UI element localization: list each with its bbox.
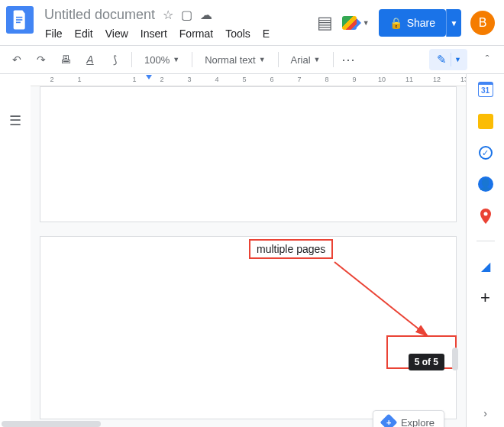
- more-toolbar-button[interactable]: ⋯: [341, 51, 356, 68]
- maps-icon[interactable]: [478, 209, 493, 224]
- svg-point-4: [483, 212, 487, 216]
- font-value: Arial: [291, 54, 311, 66]
- explore-button[interactable]: Explore: [373, 410, 444, 427]
- horizontal-ruler[interactable]: 2112345678910111213: [31, 74, 466, 86]
- horizontal-scroll-thumb[interactable]: [2, 421, 101, 427]
- toolbar: ↶ ↷ 🖶 A ⟆ 100% ▼ Normal text ▼ Arial ▼ ⋯…: [0, 45, 504, 74]
- chevron-down-icon: ▼: [314, 56, 321, 63]
- calendar-icon[interactable]: 31: [478, 82, 493, 97]
- cloud-status-icon[interactable]: ☁: [200, 8, 212, 22]
- pencil-icon: ✎: [432, 53, 451, 66]
- redo-button[interactable]: ↷: [32, 50, 50, 69]
- move-icon[interactable]: ▢: [181, 8, 192, 22]
- annotation-arrow-icon: [328, 256, 443, 348]
- font-select[interactable]: Arial ▼: [286, 53, 325, 67]
- meet-icon[interactable]: ▼: [342, 14, 370, 32]
- share-label: Share: [407, 17, 435, 29]
- spellcheck-button[interactable]: A: [81, 50, 99, 69]
- lock-icon: 🔒: [389, 17, 402, 29]
- explore-icon: [380, 414, 398, 427]
- svg-line-3: [334, 262, 428, 336]
- menu-edit[interactable]: Edit: [69, 26, 99, 41]
- chevron-down-icon: ▼: [173, 56, 179, 63]
- hide-menus-button[interactable]: ˆ: [478, 50, 496, 69]
- get-addons-icon[interactable]: +: [478, 290, 493, 306]
- star-icon[interactable]: ☆: [163, 8, 173, 22]
- share-dropdown[interactable]: ▼: [446, 9, 461, 37]
- paint-format-button[interactable]: ⟆: [105, 50, 124, 69]
- menu-extensions[interactable]: E: [257, 26, 275, 41]
- docs-app-icon[interactable]: [6, 6, 34, 34]
- chevron-down-icon: ▼: [451, 56, 464, 63]
- style-select[interactable]: Normal text ▼: [200, 53, 270, 67]
- undo-button[interactable]: ↶: [8, 50, 26, 69]
- side-panel: 31 ✓ 👤 ◢ + ›: [466, 74, 504, 427]
- separator: [477, 241, 495, 241]
- separator: [192, 52, 192, 67]
- document-page[interactable]: [40, 86, 457, 222]
- outline-icon[interactable]: ☰: [9, 112, 21, 129]
- editing-mode-select[interactable]: ✎ ▼: [429, 49, 467, 70]
- separator: [131, 52, 132, 67]
- menu-bar: File Edit View Insert Format Tools E: [40, 26, 317, 41]
- zoom-value: 100%: [144, 54, 170, 66]
- menu-insert[interactable]: Insert: [135, 26, 173, 41]
- zoom-select[interactable]: 100% ▼: [140, 53, 184, 67]
- share-button[interactable]: 🔒 Share: [379, 9, 446, 37]
- menu-tools[interactable]: Tools: [220, 26, 256, 41]
- hide-panel-icon[interactable]: ›: [483, 407, 487, 419]
- document-title[interactable]: Untitled document: [44, 7, 155, 23]
- separator: [278, 52, 279, 67]
- indent-marker-icon[interactable]: [144, 75, 154, 84]
- svg-rect-1: [16, 19, 22, 21]
- separator: [333, 52, 334, 67]
- annotation-label: multiple pages: [249, 239, 333, 259]
- svg-rect-2: [16, 22, 21, 24]
- explore-label: Explore: [401, 417, 435, 428]
- style-value: Normal text: [205, 54, 255, 66]
- keep-icon[interactable]: [478, 114, 493, 129]
- account-avatar[interactable]: B: [470, 11, 495, 35]
- svg-rect-0: [16, 17, 22, 18]
- contacts-icon[interactable]: 👤: [478, 176, 493, 192]
- menu-format[interactable]: Format: [174, 26, 218, 41]
- print-button[interactable]: 🖶: [57, 50, 75, 69]
- tasks-icon[interactable]: ✓: [479, 146, 493, 160]
- vertical-scroll-thumb[interactable]: [452, 348, 458, 370]
- menu-view[interactable]: View: [100, 26, 134, 41]
- chevron-down-icon: ▼: [259, 56, 266, 63]
- page-indicator: 5 of 5: [409, 354, 444, 370]
- menu-file[interactable]: File: [40, 26, 68, 41]
- document-area: 2112345678910111213 multiple pages 5 of …: [31, 74, 466, 427]
- comments-icon[interactable]: ▤: [317, 13, 333, 33]
- addon-icon[interactable]: ◢: [478, 258, 493, 273]
